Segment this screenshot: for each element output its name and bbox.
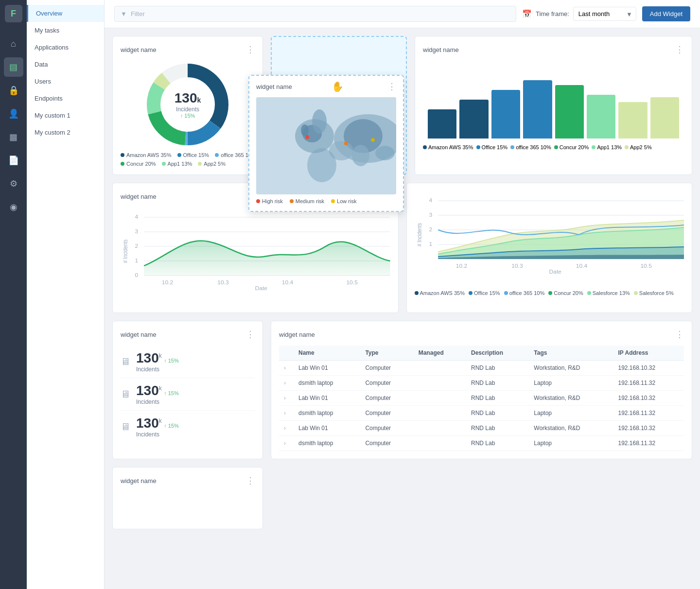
table-cell: Lab Win 01: [294, 391, 360, 406]
nav-item-overview[interactable]: Overview: [27, 5, 104, 22]
doc-icon[interactable]: 📄: [4, 151, 23, 170]
expand-icon[interactable]: ›: [284, 380, 286, 386]
bar-chart: [423, 61, 684, 139]
table-cell: [414, 361, 466, 376]
bar-legend-item: Concur 20%: [554, 144, 589, 150]
table-row[interactable]: ›dsmith laptopComputerRND LabLaptop192.1…: [279, 376, 684, 391]
nav-item-my-tasks[interactable]: My tasks: [27, 22, 104, 39]
expand-icon[interactable]: ›: [284, 425, 286, 432]
bar: [459, 100, 488, 139]
stats-list: 🖥 130k ↑ 15% Incidents 🖥 130k ↑ 15% Inci…: [121, 346, 255, 443]
users-icon[interactable]: 👤: [4, 104, 23, 123]
bar: [428, 109, 456, 139]
line-svg-1: 4 3 2 1 0 10.2 10.3 10.4 10.5: [121, 208, 390, 290]
stat-change: ↑ 15%: [164, 358, 179, 364]
map-widget-menu[interactable]: ⋮: [387, 81, 396, 92]
home-icon[interactable]: ⌂: [4, 34, 23, 53]
dashboard-content: widget name ⋮ 130k: [105, 28, 700, 545]
svg-text:# Incidents: # Incidents: [416, 223, 422, 246]
legend-item: Office 15%: [177, 152, 210, 158]
bar-legend-item: App1 13%: [592, 144, 622, 150]
monitor-icon: 🖥: [121, 421, 130, 433]
donut-legend: Amazon AWS 35%Office 15%office 365 1%Con…: [121, 152, 255, 167]
widget5-title: widget name: [279, 331, 315, 338]
lock-icon[interactable]: 🔒: [4, 81, 23, 100]
filter-placeholder: Filter: [131, 10, 145, 17]
widget2-title: widget name: [423, 46, 459, 53]
table-cell: Laptop: [529, 436, 613, 451]
table-cell: [414, 421, 466, 436]
expand-icon[interactable]: ›: [284, 395, 286, 401]
monitor-icon: 🖥: [121, 389, 130, 400]
table-cell: 192.168.11.32: [613, 406, 684, 421]
table-cell: RND Lab: [466, 361, 529, 376]
bar-legend-item: Office 15%: [476, 144, 508, 150]
widget2-menu[interactable]: ⋮: [675, 44, 684, 55]
svg-point-13: [301, 124, 309, 136]
widget3-title: widget name: [121, 193, 157, 200]
map-widget-title: widget name: [256, 83, 292, 90]
chart-icon[interactable]: ▤: [4, 57, 23, 77]
svg-text:4: 4: [135, 214, 138, 220]
widget1-menu[interactable]: ⋮: [246, 44, 255, 55]
nav-item-users[interactable]: Users: [27, 73, 104, 90]
widget-table: widget name ⋮ NameTypeManagedDescription…: [271, 321, 692, 459]
table-row[interactable]: ›dsmith laptopComputerRND LabLaptop192.1…: [279, 406, 684, 421]
incidents-count: 130k: [175, 90, 201, 106]
table-row[interactable]: ›Lab Win 01ComputerRND LabWorkstation, R…: [279, 361, 684, 376]
filter-icon: ▼: [121, 10, 127, 17]
svg-text:1: 1: [429, 242, 432, 247]
svg-point-22: [371, 138, 375, 142]
svg-point-21: [344, 141, 348, 145]
widget4-menu[interactable]: ⋮: [246, 329, 255, 340]
svg-text:10.2: 10.2: [455, 263, 467, 269]
widget6-menu[interactable]: ⋮: [246, 475, 255, 486]
table-cell: Computer: [360, 421, 413, 436]
stat-change: ↑ 15%: [164, 390, 179, 396]
table-column-header: Type: [360, 346, 413, 361]
line2-legend: Amazon AWS 35% Office 15% office 365 10%…: [415, 290, 684, 296]
map-legend: High riskMedium riskLow risk: [256, 198, 396, 204]
main-content: ▼ Filter 📅 Time frame: Last weekLast mon…: [105, 0, 700, 589]
table-row[interactable]: ›Lab Win 01ComputerRND LabWorkstation, R…: [279, 391, 684, 406]
table-cell: Lab Win 01: [294, 361, 360, 376]
floating-map-widget[interactable]: widget name ✋ ⋮: [248, 75, 404, 212]
fingerprint-icon[interactable]: ◉: [4, 197, 23, 217]
stat-row: 🖥 130k ↑ 15% Incidents: [121, 378, 255, 411]
expand-icon[interactable]: ›: [284, 410, 286, 416]
add-widget-button[interactable]: Add Widget: [642, 6, 690, 21]
bar: [587, 95, 615, 139]
stat-label: Incidents: [136, 366, 179, 373]
widget5-menu[interactable]: ⋮: [675, 329, 684, 340]
table-cell: Lab Win 01: [294, 421, 360, 436]
bar-legend-item: office 365 10%: [510, 144, 551, 150]
nav-item-data[interactable]: Data: [27, 56, 104, 73]
bar-legend-item: App2 5%: [625, 144, 652, 150]
nav-item-applications[interactable]: Applications: [27, 39, 104, 56]
layers-icon[interactable]: ▦: [4, 127, 23, 147]
stat-change: ↑ 15%: [164, 423, 179, 429]
table-row[interactable]: ›Lab Win 01ComputerRND LabWorkstation, R…: [279, 421, 684, 436]
nav-item-endpoints[interactable]: Endpoints: [27, 90, 104, 107]
nav-item-my-custom-1[interactable]: My custom 1: [27, 107, 104, 124]
widget-line2: 4 3 2 1 1: [406, 183, 693, 313]
legend-item: App1 13%: [162, 161, 192, 167]
app-logo[interactable]: F: [5, 5, 22, 22]
floating-widget-header[interactable]: widget name ✋ ⋮: [249, 76, 403, 97]
widget-stats: widget name ⋮ 🖥 130k ↑ 15% Incidents 🖥 1…: [112, 321, 263, 459]
expand-icon[interactable]: ›: [284, 364, 286, 371]
sidebar: F ⌂ ▤ 🔒 👤 ▦ 📄 ⚙ ◉: [0, 0, 27, 589]
nav-item-my-custom-2[interactable]: My custom 2: [27, 124, 104, 141]
expand-icon[interactable]: ›: [284, 440, 286, 447]
gear-icon[interactable]: ⚙: [4, 174, 23, 193]
filter-bar[interactable]: ▼ Filter: [114, 6, 516, 22]
legend-item: office 365 1%: [215, 152, 253, 158]
svg-text:2: 2: [135, 243, 138, 249]
table-cell: Workstation, R&D: [529, 421, 613, 436]
table-row[interactable]: ›dsmith laptopComputerRND LabLaptop192.1…: [279, 436, 684, 451]
table-cell: Workstation, R&D: [529, 361, 613, 376]
timeframe-select[interactable]: Last weekLast monthLast 3 monthsLast yea…: [573, 7, 636, 21]
map-container: [256, 97, 396, 194]
stat-row: 🖥 130k ↑ 15% Incidents: [121, 346, 255, 378]
bar-legend: Amazon AWS 35%Office 15%office 365 10%Co…: [423, 144, 684, 150]
